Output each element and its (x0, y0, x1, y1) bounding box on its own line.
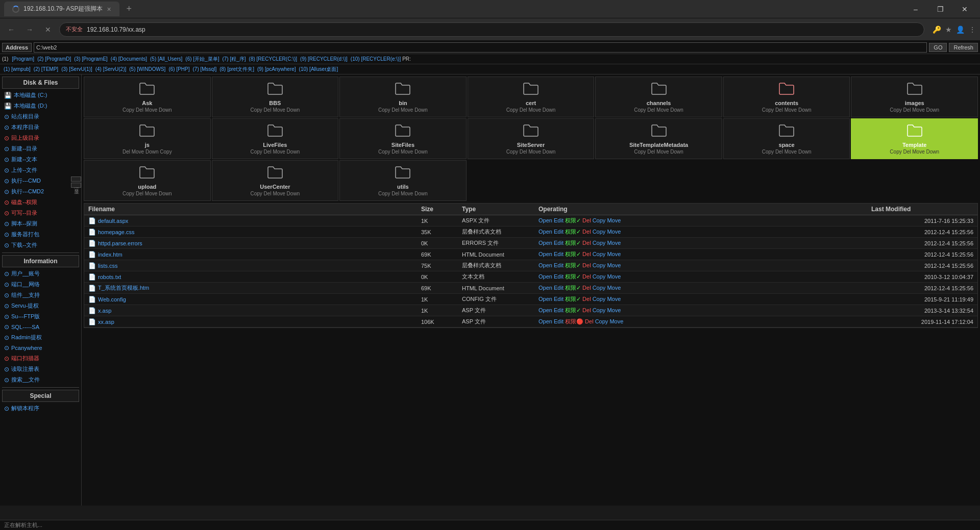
op-move[interactable]: Move (607, 217, 621, 223)
op-edit[interactable]: Edit (554, 307, 564, 313)
op-copy[interactable]: Copy (593, 240, 606, 246)
ql-item-startmenu[interactable]: (6) [开始_菜单] (184, 56, 220, 63)
op-open[interactable]: Open (538, 307, 552, 313)
sidebar-item-app-dir[interactable]: ⊙ 本程序目录 (0, 122, 81, 133)
op-open[interactable]: Open (538, 318, 552, 324)
op-open[interactable]: Open (538, 262, 552, 268)
ql-item-recyclerc[interactable]: (8) [RECYCLER(C:\)] (248, 56, 299, 62)
op-perm[interactable]: 权限✓ (565, 240, 581, 246)
op-edit[interactable]: Edit (554, 217, 564, 223)
star-icon[interactable]: ★ (945, 26, 952, 34)
file-name[interactable]: T_系统首页模板.htm (98, 284, 149, 292)
sidebar-item-download[interactable]: ⊙ 下载--文件 (0, 240, 81, 250)
back-button[interactable]: ← (4, 22, 18, 37)
stop-button[interactable]: ✕ (41, 22, 55, 37)
op-perm[interactable]: 权限✓ (565, 273, 581, 280)
op-perm[interactable]: 权限✓ (565, 262, 581, 268)
folder-livefiles[interactable]: LiveFiles Copy Del Move Down (212, 118, 339, 159)
forward-button[interactable]: → (22, 22, 37, 37)
op-open[interactable]: Open (538, 240, 552, 246)
op-move[interactable]: Move (607, 307, 621, 313)
op-edit[interactable]: Edit (554, 229, 564, 235)
address-input[interactable] (34, 42, 927, 53)
op-copy[interactable]: Copy (593, 285, 606, 291)
active-tab[interactable]: 192.168.10.79- ASP超强脚本 × (4, 2, 119, 16)
sidebar-item-port-scan[interactable]: ⊙ 端口扫描器 (0, 353, 81, 364)
folder-sitefiles[interactable]: SiteFiles Copy Del Move Down (339, 118, 467, 159)
sidebar-item-users[interactable]: ⊙ 用户__账号 (0, 268, 81, 279)
ql-item-programe[interactable]: (3) [ProgramE] (72, 56, 109, 62)
folder-contents[interactable]: contents Copy Del Move Down (723, 77, 850, 117)
ql-item-program[interactable]: [Program] (10, 56, 36, 62)
folder-channels[interactable]: channels Copy Del Move Down (595, 77, 722, 117)
op-copy[interactable]: Copy (595, 318, 608, 324)
op-edit[interactable]: Edit (554, 318, 564, 324)
op-move[interactable]: Move (607, 296, 621, 302)
folder-images[interactable]: images Copy Del Move Down (851, 77, 978, 117)
op-del[interactable]: Del (582, 273, 591, 280)
op-perm[interactable]: 权限🔴 (565, 318, 583, 324)
sidebar-show-btn[interactable]: 显 (71, 183, 81, 188)
sidebar-item-writable-dir[interactable]: ⊙ 可写--目录 (0, 208, 81, 218)
op-open[interactable]: Open (538, 251, 552, 257)
op-copy[interactable]: Copy (593, 273, 606, 280)
sidebar-item-radmin[interactable]: ⊙ Radmin提权 (0, 332, 81, 343)
sidebar-hide-btn[interactable]: 隐 (71, 176, 81, 182)
ql-item-pcanywhere[interactable]: (9) [pcAnywhere] (256, 66, 298, 72)
ql-item-programd[interactable]: (2) [ProgramD] (36, 56, 72, 62)
op-del[interactable]: Del (582, 251, 591, 257)
op-copy[interactable]: Copy (593, 262, 606, 268)
op-move[interactable]: Move (607, 240, 621, 246)
op-open[interactable]: Open (538, 296, 552, 302)
op-copy[interactable]: Copy (593, 296, 606, 302)
sidebar-item-pcanywhere[interactable]: ⊙ Pcanywhere (0, 343, 81, 353)
restore-button[interactable]: ❐ (929, 1, 951, 17)
sidebar-item-site-root[interactable]: ⊙ 站点根目录 (0, 111, 81, 122)
go-button[interactable]: GO (929, 43, 947, 52)
op-open[interactable]: Open (538, 229, 552, 235)
file-name[interactable]: httpd.parse.errors (98, 240, 142, 246)
sidebar-item-components[interactable]: ⊙ 组件__支持 (0, 290, 81, 300)
ql-item-alluser[interactable]: (10) [Alluser桌面] (298, 66, 340, 73)
op-move[interactable]: Move (609, 318, 623, 324)
op-del[interactable]: Del (582, 307, 591, 313)
op-copy[interactable]: Copy (593, 307, 606, 313)
sidebar-item-local-c[interactable]: 💾 本地磁盘 (C:) (0, 90, 81, 100)
ql-item-documents[interactable]: (4) [Documents] (109, 56, 149, 62)
op-edit[interactable]: Edit (554, 240, 564, 246)
new-tab-button[interactable]: + (124, 4, 135, 14)
op-move[interactable]: Move (607, 285, 621, 291)
op-del[interactable]: Del (582, 229, 591, 235)
ql-item-recyclere[interactable]: (10) [RECYCLER(e:\)] (349, 56, 402, 62)
op-edit[interactable]: Edit (554, 262, 564, 268)
op-edit[interactable]: Edit (554, 273, 564, 280)
op-perm[interactable]: 权限✓ (565, 307, 581, 313)
sidebar-item-new-dir[interactable]: ⊙ 新建--目录 (0, 143, 81, 154)
sidebar-item-search-file[interactable]: ⊙ 搜索__文件 (0, 374, 81, 385)
sidebar-item-registry[interactable]: ⊙ 读取注册表 (0, 364, 81, 374)
folder-cert[interactable]: cert Copy Del Move Down (468, 77, 595, 117)
sidebar-item-up-dir[interactable]: ⊙ 回上级目录 (0, 133, 81, 143)
sidebar-item-cmd2[interactable]: ⊙ 执行---CMD2 (0, 186, 81, 197)
account-icon[interactable]: 👤 (956, 26, 965, 34)
file-name[interactable]: default.aspx (98, 218, 128, 224)
op-perm[interactable]: 权限✓ (565, 229, 581, 235)
ql-item-wmpub[interactable]: (1) [wmpub] (2, 66, 32, 72)
op-del[interactable]: Del (582, 240, 591, 246)
ql-item-php[interactable]: (6) [PHP] (167, 66, 191, 72)
folder-template[interactable]: Template Copy Del Move Down (851, 118, 978, 159)
ql-item-temp[interactable]: (2) [TEMP] (32, 66, 60, 72)
sidebar-item-new-text[interactable]: ⊙ 新建--文本 (0, 154, 81, 165)
menu-icon[interactable]: ⋮ (969, 26, 976, 34)
file-name[interactable]: homepage.css (98, 229, 135, 235)
key-icon[interactable]: 🔑 (933, 26, 941, 34)
op-perm[interactable]: 权限✓ (565, 217, 581, 223)
ql-item-servu2[interactable]: (4) [ServU(2)] (94, 66, 128, 72)
sidebar-item-server-pack[interactable]: ⊙ 服务器打包 (0, 229, 81, 240)
close-button[interactable]: ✕ (953, 1, 976, 17)
op-move[interactable]: Move (607, 229, 621, 235)
sidebar-item-script-detect[interactable]: ⊙ 脚本--探测 (0, 218, 81, 229)
folder-space[interactable]: space Copy Del Move Down (723, 118, 850, 159)
op-move[interactable]: Move (607, 251, 621, 257)
ql-item-recyclerd[interactable]: (9) [RECYCLER(d:\)] (299, 56, 349, 62)
